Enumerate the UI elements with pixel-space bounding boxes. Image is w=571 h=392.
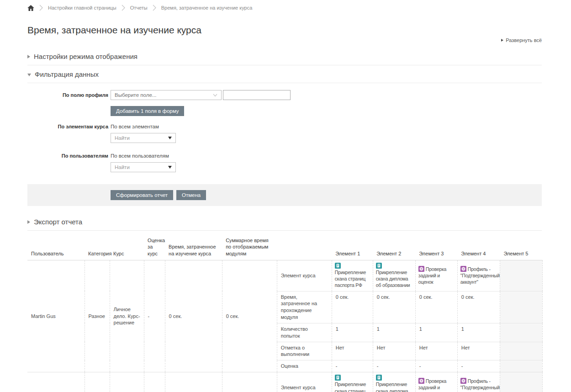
modules-total-time-cell: 0 сек. xyxy=(222,372,277,392)
section-filtering-title: Фильтрация данных xyxy=(35,70,99,78)
element-value-cell: - xyxy=(457,360,500,372)
col-header-element-1: Элемент 1 xyxy=(332,235,373,260)
element-name-cell: Профиль - "Подтвержденный аккаунт" xyxy=(457,372,500,392)
element-value-cell: - xyxy=(415,360,457,372)
gear-icon xyxy=(418,378,424,384)
col-header-element-2: Элемент 2 xyxy=(373,235,415,260)
course-grade-cell: - xyxy=(144,260,165,372)
element-value-cell: Нет xyxy=(457,342,500,360)
user-cell: Martin Gus xyxy=(27,260,85,372)
gear-icon xyxy=(460,378,466,384)
add-fields-button[interactable]: Добавить 1 поля в форму xyxy=(111,106,184,116)
sub-row-label: Отметка о выполнении xyxy=(277,342,332,360)
home-icon[interactable] xyxy=(27,5,34,11)
generate-report-button[interactable]: Сформировать отчет xyxy=(111,190,173,200)
assignment-icon xyxy=(376,375,382,381)
profile-field-label: По полю профиля xyxy=(27,90,108,100)
col-header-course: Курс xyxy=(110,235,144,260)
assignment-icon xyxy=(335,263,341,269)
breadcrumb-link-reports[interactable]: Отчеты xyxy=(130,5,148,11)
element-value-cell: 0 сек. xyxy=(457,291,500,323)
element-name-cell: Проверка заданий и оценок xyxy=(415,260,457,291)
section-export[interactable]: Экспорт отчета xyxy=(27,213,542,231)
chevron-right-icon xyxy=(153,5,156,11)
chevron-right-icon xyxy=(122,5,125,11)
profile-field-select[interactable]: Выберите поле... xyxy=(111,90,222,100)
report-table: Пользователь Категория Курс Оценка за ку… xyxy=(27,235,543,392)
element-value-cell: - xyxy=(373,360,415,372)
col-header-course-grade: Оценка за курс xyxy=(144,235,165,260)
assignment-icon xyxy=(376,263,382,269)
gear-icon xyxy=(460,266,466,272)
dropdown-arrow-icon xyxy=(168,137,172,139)
element-value-cell: 1 xyxy=(332,323,373,342)
col-header-user: Пользователь xyxy=(27,235,85,260)
element-name-cell: Прикрепление скана диплома об образовани… xyxy=(373,260,415,291)
col-header-element-3: Элемент 3 xyxy=(415,235,457,260)
course-elements-label: По элементам курса xyxy=(27,122,108,143)
course-grade-cell: - xyxy=(144,372,165,392)
element-empty-cell xyxy=(500,360,542,372)
category-cell: Разное xyxy=(85,260,110,372)
table-row: intelliboard intelliboardРазноеЛичное де… xyxy=(27,372,543,392)
element-value-cell: Нет xyxy=(415,342,457,360)
report-table-body: Martin GusРазноеЛичное дело. Курс-решени… xyxy=(27,260,543,392)
collapsed-arrow-icon xyxy=(27,55,30,58)
category-cell: Разное xyxy=(85,372,110,392)
element-empty-cell xyxy=(500,342,542,360)
col-header-element-5: Элемент 5 xyxy=(500,235,542,260)
col-header-element-4: Элемент 4 xyxy=(457,235,500,260)
breadcrumb-current[interactable]: Время, затраченное на изучение курса xyxy=(161,5,253,11)
expand-all-label: Развернуть всё xyxy=(506,37,542,43)
expand-all-arrow-icon xyxy=(501,39,503,42)
element-value-cell: 1 xyxy=(415,323,457,342)
course-cell: Личное дело. Курс-решение xyxy=(110,260,144,372)
sub-row-label: Время, затраченное на прохождение модуля xyxy=(277,291,332,323)
page-title: Время, затраченное на изучение курса xyxy=(27,25,542,36)
chevron-right-icon xyxy=(39,5,43,11)
profile-field-value-input[interactable] xyxy=(223,90,291,100)
expanded-arrow-icon xyxy=(27,74,31,76)
section-display-settings[interactable]: Настройки режима отображения xyxy=(27,48,542,65)
section-filtering[interactable]: Фильтрация данных xyxy=(27,65,542,83)
sub-row-label: Количество попыток xyxy=(277,323,332,342)
element-name-cell: Прикрепление скана страниц паспорта РФ xyxy=(332,260,373,291)
breadcrumb: Настройки главной страницы Отчеты Время,… xyxy=(27,0,542,13)
gear-icon xyxy=(418,266,424,272)
element-value-cell: 0 сек. xyxy=(415,291,457,323)
element-empty-cell xyxy=(500,372,542,392)
element-name-cell: Проверка заданий и оценок xyxy=(415,372,457,392)
element-value-cell: 0 сек. xyxy=(332,291,373,323)
element-value-cell: - xyxy=(332,360,373,372)
user-cell: intelliboard intelliboard xyxy=(27,372,85,392)
filter-form: По полю профиля Выберите поле... Добавит… xyxy=(27,83,542,206)
sub-row-label: Оценка xyxy=(277,360,332,372)
breadcrumb-link-frontpage-settings[interactable]: Настройки главной страницы xyxy=(48,5,116,11)
course-time-cell: 0 сек. xyxy=(165,372,222,392)
users-search-select[interactable]: Найти xyxy=(111,162,176,172)
course-elements-scope: По всем элементам xyxy=(111,122,176,129)
expand-all-link[interactable]: Развернуть всё xyxy=(27,37,542,43)
assignment-icon xyxy=(335,375,341,381)
col-header-course-time: Время, затраченное на изучение курса xyxy=(165,235,222,260)
sub-row-label: Элемент курса xyxy=(277,372,332,392)
form-actions: Сформировать отчет Отмена xyxy=(27,184,542,206)
course-elements-search-select[interactable]: Найти xyxy=(111,133,176,143)
course-cell: Личное дело. Курс-решение xyxy=(110,372,144,392)
element-name-cell: Прикрепление скана страниц паспорта РФ xyxy=(332,372,373,392)
element-empty-cell xyxy=(500,323,542,342)
course-elements-search-placeholder: Найти xyxy=(115,135,130,141)
users-search-placeholder: Найти xyxy=(115,164,130,170)
element-value-cell: Нет xyxy=(373,342,415,360)
modules-total-time-cell: 0 сек. xyxy=(222,260,277,372)
element-name-cell: Профиль - "Подтвержденный аккаунт" xyxy=(457,260,500,291)
section-display-settings-title: Настройки режима отображения xyxy=(34,53,137,60)
element-value-cell: 0 сек. xyxy=(373,291,415,323)
chevron-down-icon xyxy=(213,93,217,98)
element-value-cell: 1 xyxy=(457,323,500,342)
cancel-button[interactable]: Отмена xyxy=(176,190,206,200)
collapsed-arrow-icon xyxy=(27,220,30,224)
course-time-cell: 0 сек. xyxy=(165,260,222,372)
element-empty-cell xyxy=(500,291,542,323)
users-label: По пользователям xyxy=(27,151,108,172)
